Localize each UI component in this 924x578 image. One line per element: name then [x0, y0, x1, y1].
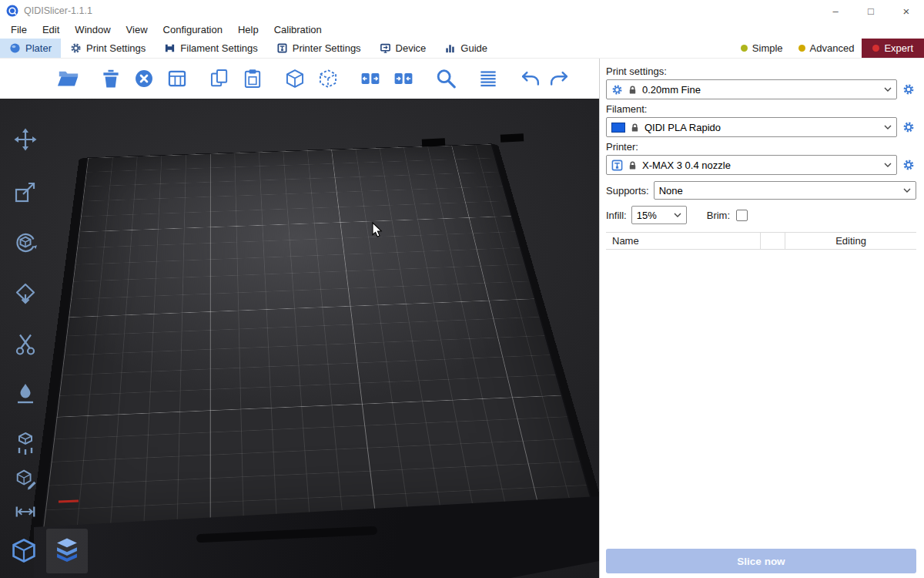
delete-all-icon — [133, 68, 155, 89]
menu-calibration[interactable]: Calibration — [266, 22, 330, 39]
gear-icon — [902, 159, 915, 171]
monitor-icon — [380, 42, 391, 54]
scale-tool-button[interactable] — [8, 174, 43, 210]
simple-mode-dot-icon — [741, 45, 748, 52]
variable-layer-height-button[interactable] — [475, 66, 501, 92]
filament-gear-button[interactable] — [901, 117, 916, 137]
printer-value: X-MAX 3 0.4 nozzle — [642, 160, 731, 171]
move-arrows-icon — [13, 127, 38, 152]
menu-help[interactable]: Help — [230, 22, 266, 39]
supports-value: None — [659, 185, 683, 197]
preview-view-toggle-button[interactable] — [46, 529, 88, 573]
brim-label: Brim: — [707, 210, 730, 221]
arrange-button[interactable] — [164, 66, 190, 92]
cut-tool-button[interactable] — [8, 327, 43, 362]
scissors-icon — [13, 332, 38, 357]
viewport-3d[interactable] — [0, 59, 600, 578]
printer-gear-button[interactable] — [901, 155, 916, 175]
menu-edit[interactable]: Edit — [35, 22, 67, 39]
column-header-editing: Editing — [785, 233, 916, 249]
gear-icon — [902, 83, 915, 96]
lock-icon — [628, 85, 638, 95]
split-to-parts-button[interactable] — [390, 66, 417, 92]
app-window: QIDISlicer-1.1.1 – □ × File Edit Window … — [0, 0, 924, 578]
redo-button[interactable] — [546, 66, 572, 92]
sidebar: Print settings: 0.20mm Fine — [600, 59, 924, 578]
bed-clip-icon — [500, 133, 524, 143]
tab-print-settings[interactable]: Print Settings — [61, 39, 155, 58]
mode-simple[interactable]: Simple — [733, 39, 791, 58]
tab-filament-settings[interactable]: Filament Settings — [155, 39, 266, 58]
tab-printer-settings[interactable]: Printer Settings — [267, 39, 370, 58]
filament-combo[interactable]: QIDI PLA Rapido — [606, 117, 897, 137]
split-parts-icon — [393, 68, 414, 89]
filament-spool-icon — [164, 42, 176, 54]
chevron-down-icon — [674, 213, 681, 217]
add-instance-button[interactable] — [282, 66, 308, 92]
column-header-extruder — [760, 233, 785, 249]
menu-file[interactable]: File — [3, 22, 35, 39]
mmu-painting-tool-button[interactable] — [8, 462, 43, 495]
paint-supports-tool-button[interactable] — [8, 425, 43, 461]
tab-device[interactable]: Device — [370, 39, 436, 58]
place-on-face-tool-button[interactable] — [8, 276, 43, 311]
copy-button[interactable] — [206, 66, 233, 92]
brim-checkbox[interactable] — [736, 210, 748, 221]
printer-icon — [611, 160, 623, 171]
search-button[interactable] — [433, 66, 459, 92]
paste-button[interactable] — [239, 66, 266, 92]
mode-expert[interactable]: Expert — [862, 39, 924, 58]
print-settings-row: 0.20mm Fine — [606, 79, 916, 99]
minimize-button[interactable]: – — [818, 0, 853, 22]
menu-view[interactable]: View — [119, 22, 156, 39]
filament-color-swatch — [611, 123, 625, 133]
menu-configuration[interactable]: Configuration — [156, 22, 230, 39]
main-area: Print settings: 0.20mm Fine — [0, 59, 924, 578]
measure-tool-button[interactable] — [8, 496, 43, 527]
print-settings-combo[interactable]: 0.20mm Fine — [606, 79, 897, 99]
mouse-cursor — [370, 222, 385, 241]
undo-button[interactable] — [517, 66, 544, 92]
guide-bars-icon — [444, 42, 456, 54]
seam-painting-tool-button[interactable] — [8, 376, 43, 412]
copy-icon — [209, 68, 230, 89]
column-header-name: Name — [606, 233, 760, 249]
split-to-objects-button[interactable] — [357, 66, 383, 92]
infill-brim-row: Infill: 15% Brim: — [606, 206, 916, 224]
tab-plater[interactable]: Plater — [0, 39, 61, 58]
rotate-tool-button[interactable] — [8, 225, 43, 260]
delete-all-button[interactable] — [131, 66, 157, 92]
menubar: File Edit Window View Configuration Help… — [0, 22, 924, 39]
bed-clip-icon — [422, 138, 445, 147]
plater-toolbar — [0, 59, 599, 99]
editor-view-toggle-button[interactable] — [3, 529, 45, 573]
scene-3d[interactable] — [0, 99, 599, 578]
maximize-button[interactable]: □ — [853, 0, 889, 22]
supports-combo[interactable]: None — [654, 181, 916, 200]
tab-guide[interactable]: Guide — [435, 39, 497, 58]
cube-3d-view-icon — [9, 536, 38, 566]
print-settings-gear-button[interactable] — [901, 79, 916, 99]
infill-label: Infill: — [606, 210, 627, 221]
advanced-mode-dot-icon — [798, 45, 805, 52]
printer-combo[interactable]: X-MAX 3 0.4 nozzle — [606, 155, 897, 175]
mode-advanced[interactable]: Advanced — [791, 39, 862, 58]
infill-combo[interactable]: 15% — [631, 206, 687, 224]
close-button[interactable]: × — [889, 0, 924, 22]
move-tool-button[interactable] — [8, 122, 43, 157]
slice-now-button[interactable]: Slice now — [606, 549, 916, 573]
object-list-body[interactable] — [606, 250, 916, 543]
layer-lines-icon — [477, 68, 499, 89]
scale-icon — [13, 180, 38, 204]
open-file-button[interactable] — [55, 66, 82, 92]
open-folder-icon — [57, 67, 80, 90]
remove-instance-button[interactable] — [315, 66, 341, 92]
menu-window[interactable]: Window — [67, 22, 118, 39]
paste-icon — [242, 68, 263, 89]
window-controls: – □ × — [818, 0, 924, 22]
delete-button[interactable] — [98, 66, 124, 92]
tabbar-spacer — [497, 39, 733, 58]
gear-icon — [902, 121, 915, 133]
app-logo-icon — [6, 5, 18, 17]
titlebar: QIDISlicer-1.1.1 – □ × — [0, 0, 924, 22]
